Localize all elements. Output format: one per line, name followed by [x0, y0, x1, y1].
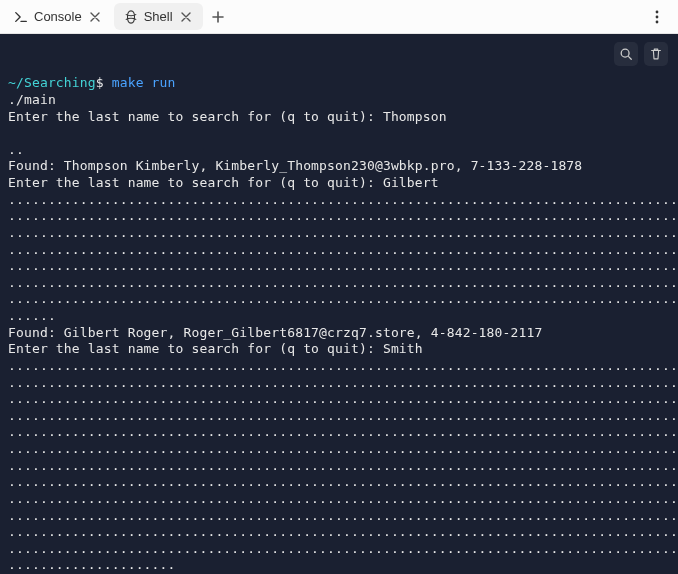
trash-icon[interactable] [644, 42, 668, 66]
terminal-line: ........................................… [8, 441, 678, 456]
tab-bar: Console Shell [0, 0, 678, 34]
svg-point-1 [656, 10, 659, 13]
tab-shell[interactable]: Shell [114, 3, 203, 30]
terminal-line: .. [8, 142, 24, 157]
shell-icon [124, 10, 138, 24]
svg-point-4 [621, 49, 629, 57]
terminal-line: ........................................… [8, 408, 678, 423]
prompt-dollar: $ [96, 75, 104, 90]
tab-console[interactable]: Console [4, 3, 112, 30]
terminal-line: ........................................… [8, 358, 678, 373]
terminal-line: Enter the last name to search for (q to … [8, 175, 439, 190]
terminal-line: ........................................… [8, 391, 678, 406]
terminal-line: Enter the last name to search for (q to … [8, 341, 423, 356]
terminal-line: ........................................… [8, 375, 678, 390]
terminal-line: Found: Thompson Kimberly, Kimberly_Thomp… [8, 158, 582, 173]
tab-label: Console [34, 9, 82, 24]
close-icon[interactable] [88, 10, 102, 24]
terminal-line: ........................................… [8, 458, 678, 473]
search-icon[interactable] [614, 42, 638, 66]
terminal-line: ........................................… [8, 424, 678, 439]
terminal-line: ........................................… [8, 258, 678, 273]
kebab-menu-icon[interactable] [644, 4, 670, 30]
terminal-line: ........................................… [8, 474, 678, 489]
terminal-line: ..................... [8, 557, 176, 572]
terminal-line: ........................................… [8, 524, 678, 539]
svg-point-2 [656, 15, 659, 18]
terminal-line: ........................................… [8, 541, 678, 556]
command-text: make run [112, 75, 176, 90]
terminal-line: ........................................… [8, 508, 678, 523]
terminal-line: ./main [8, 92, 56, 107]
close-icon[interactable] [179, 10, 193, 24]
svg-point-3 [656, 20, 659, 23]
terminal-line: Found: Gilbert Roger, Roger_Gilbert6817@… [8, 325, 542, 340]
terminal-line: ........................................… [8, 192, 678, 207]
terminal-actions [614, 42, 668, 66]
terminal-line: ...... [8, 308, 56, 323]
terminal-line: Enter the last name to search for (q to … [8, 109, 447, 124]
terminal-line: ........................................… [8, 208, 678, 223]
terminal-line: ........................................… [8, 225, 678, 240]
terminal-line: ........................................… [8, 491, 678, 506]
new-tab-button[interactable] [205, 4, 231, 30]
terminal-line: ........................................… [8, 242, 678, 257]
svg-line-5 [629, 57, 632, 60]
tab-label: Shell [144, 9, 173, 24]
prompt-icon [14, 10, 28, 24]
terminal-line: ........................................… [8, 275, 678, 290]
terminal-pane[interactable]: ~/Searching$ make run ./main Enter the l… [0, 34, 678, 574]
prompt-path: ~/Searching [8, 75, 96, 90]
terminal-line: ........................................… [8, 291, 678, 306]
